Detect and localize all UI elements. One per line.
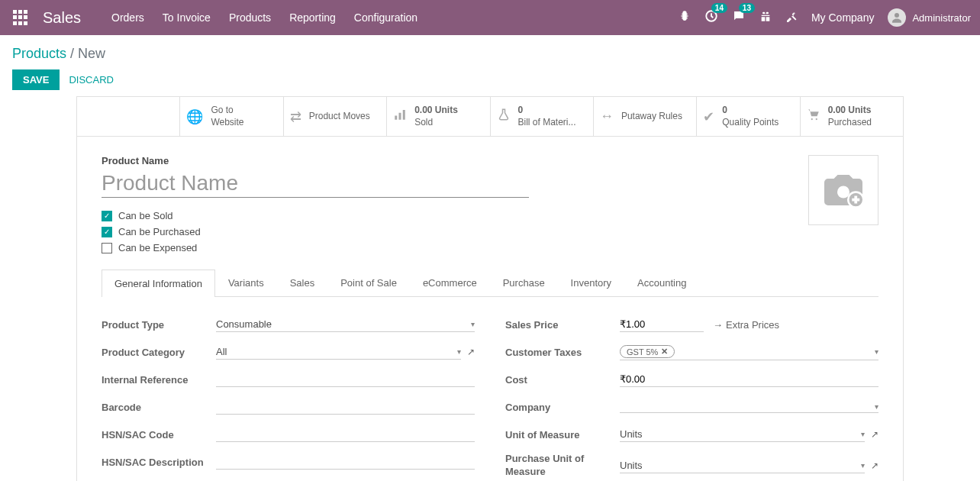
can-be-sold-label: Can be Sold bbox=[118, 210, 173, 221]
tax-tag: GST 5% ✕ bbox=[620, 345, 675, 358]
svg-rect-2 bbox=[395, 116, 397, 120]
label-customer-taxes: Customer Taxes bbox=[505, 347, 620, 358]
caret-down-icon: ▾ bbox=[471, 320, 475, 328]
tab-sales[interactable]: Sales bbox=[277, 269, 328, 296]
flask-icon bbox=[497, 108, 511, 125]
activities-icon[interactable]: 14 bbox=[704, 9, 718, 26]
nav-to-invoice[interactable]: To Invoice bbox=[163, 11, 211, 24]
tab-inventory[interactable]: Inventory bbox=[558, 269, 624, 296]
select-product-type[interactable]: Consumable▾ bbox=[216, 317, 475, 332]
stat-quality[interactable]: ✔ 0Quality Points bbox=[697, 97, 800, 136]
label-hsn-code: HSN/SAC Code bbox=[102, 429, 216, 441]
random-icon: ↔ bbox=[600, 108, 614, 124]
app-brand: Sales bbox=[43, 9, 81, 27]
caret-down-icon: ▾ bbox=[875, 347, 878, 356]
nav-reporting[interactable]: Reporting bbox=[289, 11, 336, 24]
user-menu[interactable]: Administrator bbox=[888, 8, 971, 27]
tabs: General Information Variants Sales Point… bbox=[102, 269, 878, 297]
discard-button[interactable]: DISCARD bbox=[69, 74, 114, 86]
label-sales-price: Sales Price bbox=[505, 319, 620, 331]
extra-prices-button[interactable]: → Extra Prices bbox=[713, 319, 779, 331]
input-hsn-desc[interactable] bbox=[216, 454, 475, 470]
input-internal-reference[interactable] bbox=[216, 372, 475, 387]
save-button[interactable]: SAVE bbox=[12, 69, 60, 90]
nav-products[interactable]: Products bbox=[229, 11, 271, 24]
stat-sold[interactable]: 0.00 UnitsSold bbox=[387, 97, 490, 136]
select-uom[interactable]: Units▾ bbox=[620, 427, 865, 442]
user-name: Administrator bbox=[912, 12, 971, 24]
label-product-category: Product Category bbox=[102, 347, 216, 358]
label-company: Company bbox=[505, 402, 620, 413]
input-hsn-code[interactable] bbox=[216, 427, 475, 442]
bug-icon[interactable] bbox=[679, 10, 691, 25]
select-company[interactable]: ▾ bbox=[620, 401, 878, 413]
tab-pos[interactable]: Point of Sale bbox=[327, 269, 410, 296]
tab-ecommerce[interactable]: eCommerce bbox=[410, 269, 490, 296]
nav-right: 14 13 My Company Administrator bbox=[679, 8, 971, 27]
nav-configuration[interactable]: Configuration bbox=[354, 11, 417, 24]
label-cost: Cost bbox=[505, 374, 620, 386]
messages-icon[interactable]: 13 bbox=[732, 9, 746, 26]
form-sheet: 🌐 Go toWebsite ⇄ Product Moves 0.00 Unit… bbox=[76, 96, 904, 481]
label-puom: Purchase Unit of Measure bbox=[505, 453, 620, 479]
svg-rect-3 bbox=[399, 113, 401, 120]
stat-blank bbox=[77, 97, 180, 136]
can-be-expensed-checkbox[interactable] bbox=[102, 243, 112, 253]
label-uom: Unit of Measure bbox=[505, 429, 620, 441]
tools-icon[interactable] bbox=[785, 10, 798, 25]
product-name-label: Product Name bbox=[102, 155, 878, 166]
tab-variants[interactable]: Variants bbox=[215, 269, 277, 296]
label-hsn-desc: HSN/SAC Description bbox=[102, 457, 216, 468]
can-be-purchased-checkbox[interactable]: ✓ bbox=[102, 227, 112, 237]
apps-icon[interactable] bbox=[9, 7, 31, 28]
company-switcher[interactable]: My Company bbox=[811, 11, 874, 24]
tab-accounting[interactable]: Accounting bbox=[624, 269, 699, 296]
tag-remove-icon[interactable]: ✕ bbox=[661, 347, 668, 357]
svg-point-1 bbox=[895, 13, 899, 18]
gift-icon[interactable] bbox=[759, 10, 772, 25]
caret-down-icon: ▾ bbox=[457, 347, 461, 356]
label-internal-reference: Internal Reference bbox=[102, 374, 216, 386]
external-link-icon[interactable]: ↗ bbox=[467, 347, 475, 357]
svg-point-7 bbox=[837, 186, 849, 199]
input-cost[interactable] bbox=[620, 372, 878, 387]
avatar-icon bbox=[888, 8, 906, 27]
tab-general-information[interactable]: General Information bbox=[102, 270, 215, 297]
caret-down-icon: ▾ bbox=[861, 461, 865, 470]
external-link-icon[interactable]: ↗ bbox=[871, 460, 878, 471]
stat-moves[interactable]: ⇄ Product Moves bbox=[284, 97, 387, 136]
product-image-upload[interactable] bbox=[808, 155, 878, 225]
can-be-purchased-label: Can be Purchased bbox=[118, 226, 201, 237]
caret-down-icon: ▾ bbox=[875, 402, 878, 411]
can-be-sold-checkbox[interactable]: ✓ bbox=[102, 211, 112, 221]
breadcrumb-products[interactable]: Products bbox=[12, 46, 66, 61]
input-sales-price[interactable] bbox=[620, 317, 704, 332]
input-barcode[interactable] bbox=[216, 399, 475, 415]
product-name-input[interactable] bbox=[102, 169, 529, 198]
stat-putaway[interactable]: ↔ Putaway Rules bbox=[594, 97, 697, 136]
stat-website[interactable]: 🌐 Go toWebsite bbox=[180, 97, 283, 136]
messages-badge: 13 bbox=[739, 3, 755, 13]
caret-down-icon: ▾ bbox=[861, 430, 865, 438]
svg-point-6 bbox=[815, 118, 817, 120]
nav-orders[interactable]: Orders bbox=[111, 11, 144, 24]
svg-point-5 bbox=[811, 118, 812, 120]
stat-bom[interactable]: 0Bill of Materi... bbox=[491, 97, 594, 136]
top-nav: Sales Orders To Invoice Products Reporti… bbox=[0, 0, 980, 35]
stat-buttons: 🌐 Go toWebsite ⇄ Product Moves 0.00 Unit… bbox=[77, 97, 903, 137]
external-link-icon[interactable]: ↗ bbox=[871, 429, 878, 440]
stat-purchased[interactable]: 0.00 UnitsPurchased bbox=[801, 97, 903, 136]
select-customer-taxes[interactable]: GST 5% ✕ ▾ bbox=[620, 344, 878, 360]
tab-purchase[interactable]: Purchase bbox=[490, 269, 558, 296]
svg-rect-4 bbox=[403, 110, 405, 120]
select-puom[interactable]: Units▾ bbox=[620, 458, 865, 473]
can-be-expensed-label: Can be Expensed bbox=[118, 242, 197, 253]
activities-badge: 14 bbox=[711, 3, 727, 13]
label-product-type: Product Type bbox=[102, 319, 216, 331]
breadcrumb-current: New bbox=[78, 46, 105, 61]
label-barcode: Barcode bbox=[102, 402, 216, 413]
check-icon: ✔ bbox=[703, 108, 714, 125]
select-product-category[interactable]: All▾ bbox=[216, 344, 461, 360]
arrow-right-icon: → bbox=[713, 319, 723, 331]
control-panel: Products / New SAVE DISCARD bbox=[0, 35, 980, 96]
